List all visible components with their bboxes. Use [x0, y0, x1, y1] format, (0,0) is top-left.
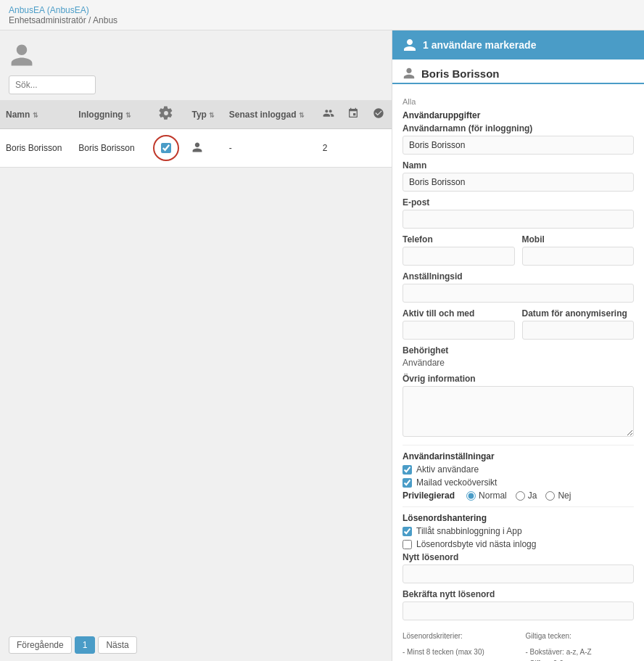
epost-input[interactable]: [402, 210, 634, 229]
giltiga-label: Giltiga tecken:: [526, 631, 635, 642]
header-count: 1 användare markerade: [423, 39, 536, 51]
snabbinlogg-row: Tillåt snabbinloggning i App: [402, 526, 634, 536]
mobil-input[interactable]: [522, 247, 635, 266]
prev-button[interactable]: Föregående: [9, 636, 72, 654]
radio-normal-option[interactable]: Normal: [466, 490, 507, 501]
top-bar: AnbusEA (AnbusEA) Enhetsadministratör / …: [0, 0, 644, 30]
giltiga-text: - Bokstäver: a-z, A-Z - Siffror: 0-9 - S…: [526, 646, 635, 661]
användarinställningar-heading: Användarinställningar: [402, 451, 634, 461]
kriterier-label: Lösenordskriterier:: [402, 631, 511, 642]
nytt-lösenord-label: Nytt lösenord: [402, 552, 634, 562]
next-button[interactable]: Nästa: [98, 636, 136, 654]
kriterier-text: - Minst 8 tecken (max 30): [402, 646, 511, 658]
radio-nej-option[interactable]: Nej: [545, 490, 571, 501]
form-body: Alla Användaruppgifter Användarnamn (för…: [392, 89, 644, 661]
table-row[interactable]: Boris Borisson Boris Borisson: [0, 129, 392, 168]
row-checkbox[interactable]: [161, 143, 171, 153]
col-type[interactable]: Typ ⇅: [186, 100, 223, 129]
lösenordsbyte-checkbox[interactable]: [402, 540, 412, 549]
aktiv-användare-row: Aktiv användare: [402, 464, 634, 475]
col-extra1: [317, 100, 342, 129]
mobil-group: Mobil: [522, 234, 635, 266]
bekräfta-label: Bekräfta nytt lösenord: [402, 589, 634, 599]
user-name-heading: Boris Borisson: [421, 67, 500, 80]
pagination: Föregående 1 Nästa: [0, 629, 392, 661]
radio-ja-input[interactable]: [516, 491, 525, 501]
col-login[interactable]: Inloggning ⇅: [73, 100, 145, 129]
användaruppgifter-title: Användaruppgifter: [402, 110, 634, 120]
password-criteria: Lösenordskriterier: - Minst 8 tecken (ma…: [402, 626, 634, 661]
aktiv-användare-label: Aktiv användare: [416, 464, 479, 475]
page-1-button[interactable]: 1: [75, 636, 96, 654]
namn-input[interactable]: [402, 173, 634, 192]
cell-last-login: -: [223, 129, 317, 168]
snabbinlogg-label: Tillåt snabbinloggning i App: [416, 526, 522, 536]
col-extra2: [342, 100, 366, 129]
aktiv-anonym-row: Aktiv till och med Datum för anonymiseri…: [402, 308, 634, 345]
criteria-right: Giltiga tecken: - Bokstäver: a-z, A-Z - …: [526, 626, 635, 661]
lösenordshantering-heading: Lösenordshantering: [402, 513, 634, 523]
lösenordsbyte-row: Lösenordsbyte vid nästa inlogg: [402, 539, 634, 549]
user-section-header: Boris Borisson: [392, 59, 644, 84]
namn-group: Namn: [402, 160, 634, 192]
radio-nej-input[interactable]: [545, 491, 555, 501]
user-table: Namn ⇅ Inloggning ⇅ Typ ⇅: [0, 100, 392, 168]
aktiv-användare-checkbox[interactable]: [402, 465, 412, 475]
anställningsid-label: Anställningsid: [402, 271, 634, 282]
epost-group: E-post: [402, 197, 634, 229]
header-person-icon: [402, 38, 417, 52]
bekräfta-input[interactable]: [402, 602, 634, 620]
cell-login: Boris Borisson: [73, 129, 145, 168]
mobil-label: Mobil: [522, 234, 635, 245]
ovrig-textarea[interactable]: [402, 386, 634, 437]
lösenordsbyte-label: Lösenordsbyte vid nästa inlogg: [416, 539, 536, 549]
col-extra3: [367, 100, 392, 129]
anställningsid-input[interactable]: [402, 284, 634, 303]
mailad-row: Mailad veckoöversikt: [402, 477, 634, 488]
top-bar-subtitle: Enhetsadministratör / Anbus: [9, 15, 635, 25]
col-name[interactable]: Namn ⇅: [0, 100, 73, 129]
telefon-mobil-row: Telefon Mobil: [402, 234, 634, 271]
settings-circle[interactable]: [153, 135, 179, 161]
cell-type: [186, 129, 223, 168]
telefon-group: Telefon: [402, 234, 515, 266]
search-input[interactable]: [9, 75, 96, 94]
user-section-icon: [402, 67, 416, 80]
radio-ja-option[interactable]: Ja: [516, 490, 537, 501]
användarnamn-input[interactable]: [402, 136, 634, 155]
radio-normal-label: Normal: [479, 490, 507, 501]
mailad-checkbox[interactable]: [402, 478, 412, 488]
snabbinlogg-checkbox[interactable]: [402, 527, 412, 536]
behörighet-label: Behörighet: [402, 345, 634, 356]
anonymisering-label: Datum för anonymisering: [522, 308, 635, 319]
radio-normal-input[interactable]: [466, 491, 476, 501]
criteria-left: Lösenordskriterier: - Minst 8 tecken (ma…: [402, 626, 511, 661]
ovrig-label: Övrig information: [402, 374, 634, 384]
bekräfta-group: Bekräfta nytt lösenord: [402, 589, 634, 620]
nytt-lösenord-input[interactable]: [402, 564, 634, 583]
aktiv-label: Aktiv till och med: [402, 308, 515, 319]
telefon-label: Telefon: [402, 234, 515, 245]
radio-ja-label: Ja: [528, 490, 537, 501]
avatar-icon: [9, 42, 35, 68]
radio-nej-label: Nej: [558, 490, 571, 501]
användarnamn-group: Användarnamn (för inloggning): [402, 123, 634, 155]
ovrig-group: Övrig information: [402, 374, 634, 439]
top-bar-link[interactable]: AnbusEA (AnbusEA): [9, 5, 89, 15]
telefon-input[interactable]: [402, 247, 515, 266]
anonymisering-input[interactable]: [522, 321, 635, 340]
privilegierad-label: Privilegierad: [402, 490, 455, 501]
right-panel: 1 användare markerade Boris Borisson All…: [392, 30, 644, 661]
användarnamn-label: Användarnamn (för inloggning): [402, 123, 634, 134]
col-last-login[interactable]: Senast inloggad ⇅: [223, 100, 317, 129]
cell-count: 2: [317, 129, 342, 168]
aktiv-input[interactable]: [402, 321, 515, 340]
aktiv-group: Aktiv till och med: [402, 308, 515, 340]
left-panel: Namn ⇅ Inloggning ⇅ Typ ⇅: [0, 30, 392, 661]
cell-settings: [146, 129, 186, 168]
epost-label: E-post: [402, 197, 634, 208]
user-table-container: Namn ⇅ Inloggning ⇅ Typ ⇅: [0, 100, 392, 629]
anställningsid-group: Anställningsid: [402, 271, 634, 303]
main-layout: Namn ⇅ Inloggning ⇅ Typ ⇅: [0, 30, 644, 661]
col-settings: [146, 100, 186, 129]
